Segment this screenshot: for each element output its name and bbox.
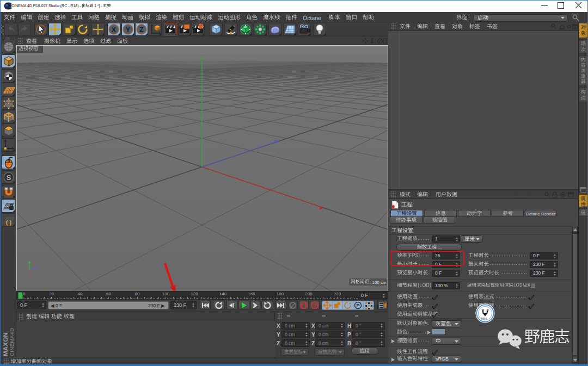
svg-text:P: P xyxy=(356,303,359,308)
svg-text:Z: Z xyxy=(139,26,143,34)
svg-text:z: z xyxy=(37,266,39,270)
svg-text:S: S xyxy=(7,173,11,182)
svg-text:X: X xyxy=(112,26,116,34)
svg-text:?: ? xyxy=(313,303,316,308)
svg-text:( ): ( ) xyxy=(6,219,12,226)
svg-text:Y: Y xyxy=(126,26,130,34)
